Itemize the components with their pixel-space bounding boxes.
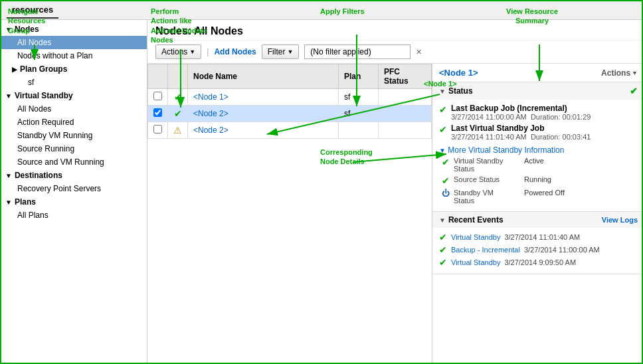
row3-status-icon: ⚠ <box>173 125 182 136</box>
row1-pfc <box>379 89 432 106</box>
col-pfc-status: PFC Status <box>379 64 432 89</box>
right-panel-node-title: <Node 1> <box>439 68 478 78</box>
event3-date: 3/27/2014 9:09:50 AM <box>504 258 576 266</box>
vs-status-icon: ✔ <box>442 157 450 167</box>
actions-arrow-icon: ▼ <box>189 48 195 55</box>
right-panel-header: <Node 1> Actions ▼ <box>432 64 643 82</box>
status-ok-icon: ✔ <box>630 86 638 96</box>
vs-job-ok-icon: ✔ <box>439 124 447 135</box>
right-panel: <Node 1> Actions ▼ ▼ Status <box>432 64 643 364</box>
last-vs-date: 3/27/2014 11:01:40 AM Duration: 00:03:41 <box>451 133 638 141</box>
row2-pfc <box>379 106 432 122</box>
recent-events-content: ✔ Virtual Standby 3/27/2014 11:01:40 AM … <box>432 228 643 274</box>
plans-triangle-icon: ▼ <box>5 199 12 206</box>
sidebar-item-source-running[interactable]: Source Running <box>1 142 147 155</box>
event3-icon: ✔ <box>439 257 447 268</box>
row2-plan: sf <box>339 106 379 122</box>
actions-dropdown-icon: ▼ <box>632 70 638 76</box>
top-bar: resources <box>1 1 643 20</box>
sidebar-section-virtual-standby[interactable]: ▼ Virtual Standby <box>1 89 147 102</box>
vs-status-row: ✔ Virtual StandbyStatus Active <box>439 157 638 173</box>
status-section: ▼ Status ✔ ✔ Last Backup Job (Incrementa… <box>432 82 643 212</box>
recent-events-section-title[interactable]: ▼ Recent Events View Logs <box>432 212 643 228</box>
row2-checkbox[interactable] <box>153 108 162 117</box>
table-row[interactable]: ⚠ <Node 2> <box>148 122 432 139</box>
last-backup-date: 3/27/2014 11:00:00 AM Duration: 00:01:29 <box>451 113 638 121</box>
col-node-name: Node Name <box>188 64 339 89</box>
add-nodes-link[interactable]: Add Nodes <box>214 47 256 56</box>
sidebar-section-plan-groups[interactable]: ▶ Plan Groups <box>1 62 147 76</box>
sidebar-item-source-and-vm-running[interactable]: Source and VM Running <box>1 155 147 169</box>
event1-link[interactable]: Virtual Standby <box>451 233 500 241</box>
table-row[interactable]: ✔ <Node 2> sf <box>148 106 432 122</box>
last-vs-label: Last Virtual Standby Job <box>451 124 638 133</box>
destinations-triangle-icon: ▼ <box>5 172 12 179</box>
row1-checkbox[interactable] <box>153 92 162 100</box>
event2-date: 3/27/2014 11:00:00 AM <box>524 246 600 254</box>
event2-link[interactable]: Backup - Incremental <box>451 246 520 254</box>
sidebar-section-nodes[interactable]: ▼ Nodes <box>1 23 147 36</box>
nodes-triangle-icon: ▼ <box>5 26 12 33</box>
col-status <box>168 64 188 89</box>
recent-events-section: ▼ Recent Events View Logs ✔ Virtual Stan… <box>432 212 643 274</box>
event-row-2: ✔ Backup - Incremental 3/27/2014 11:00:0… <box>439 244 638 255</box>
event3-link[interactable]: Virtual Standby <box>451 258 500 266</box>
row2-status-icon: ✔ <box>174 108 182 119</box>
sidebar-section-destinations[interactable]: ▼ Destinations <box>1 169 147 182</box>
sidebar-item-all-nodes[interactable]: All Nodes <box>1 36 147 49</box>
sidebar-item-nodes-without-plan[interactable]: Nodes without a Plan <box>1 49 147 62</box>
row3-plan <box>339 122 379 139</box>
event1-icon: ✔ <box>439 232 447 242</box>
status-section-title[interactable]: ▼ Status ✔ <box>432 82 643 100</box>
col-plan: Plan <box>339 64 379 89</box>
sidebar-item-vs-all-nodes[interactable]: All Nodes <box>1 102 147 116</box>
row3-checkbox[interactable] <box>153 125 162 134</box>
status-collapse-icon: ▼ <box>439 88 446 95</box>
filter-arrow-icon: ▼ <box>287 48 293 55</box>
page-title: Nodes: All Nodes <box>147 20 643 41</box>
sidebar-item-standby-vm-running[interactable]: Standby VM Running <box>1 129 147 142</box>
filter-button[interactable]: Filter ▼ <box>262 45 300 59</box>
col-checkbox <box>148 64 168 89</box>
resources-tab[interactable]: resources <box>7 2 58 19</box>
sidebar-item-action-required[interactable]: Action Required <box>1 116 147 129</box>
row1-status-icon: ✔ <box>174 92 182 102</box>
vs-triangle-icon: ▼ <box>5 92 12 100</box>
backup-ok-icon: ✔ <box>439 104 447 115</box>
right-panel-actions-button[interactable]: Actions ▼ <box>601 68 638 78</box>
last-backup-row: ✔ Last Backup Job (Incremental) 3/27/201… <box>439 104 638 121</box>
event-row-3: ✔ Virtual Standby 3/27/2014 9:09:50 AM <box>439 257 638 268</box>
row3-pfc <box>379 122 432 139</box>
view-logs-link[interactable]: View Logs <box>602 216 638 224</box>
status-content: ✔ Last Backup Job (Incremental) 3/27/201… <box>432 100 643 211</box>
node-table-container: Node Name Plan PFC Status ✔ <Node 1> sf <box>147 64 432 364</box>
filter-clear-button[interactable]: ✕ <box>416 48 422 56</box>
event-row-1: ✔ Virtual Standby 3/27/2014 11:01:40 AM <box>439 232 638 242</box>
toolbar: Actions ▼ | Add Nodes Filter ▼ (No filte… <box>147 41 643 64</box>
source-status-icon: ✔ <box>442 175 450 186</box>
sidebar-section-plans[interactable]: ▼ Plans <box>1 195 147 209</box>
row2-node-link[interactable]: <Node 2> <box>193 109 229 118</box>
row3-node-link[interactable]: <Node 2> <box>193 126 229 135</box>
standby-vm-status-row: ⏻ Standby VMStatus Powered Off <box>439 189 638 205</box>
table-row[interactable]: ✔ <Node 1> sf <box>148 89 432 106</box>
filter-value: (No filter applied) <box>304 45 411 59</box>
row1-node-link[interactable]: <Node 1> <box>193 92 229 102</box>
source-status-row: ✔ Source Status Running <box>439 175 638 186</box>
sidebar-item-sf[interactable]: sf <box>1 76 147 89</box>
sidebar-item-all-plans[interactable]: All Plans <box>1 209 147 222</box>
row1-plan: sf <box>339 89 379 106</box>
events-collapse-icon: ▼ <box>439 217 446 224</box>
actions-button[interactable]: Actions ▼ <box>155 45 201 59</box>
last-backup-label: Last Backup Job (Incremental) <box>451 104 638 113</box>
standby-vm-icon: ⏻ <box>442 189 450 198</box>
node-table: Node Name Plan PFC Status ✔ <Node 1> sf <box>147 64 432 139</box>
last-vs-job-row: ✔ Last Virtual Standby Job 3/27/2014 11:… <box>439 124 638 141</box>
event2-icon: ✔ <box>439 244 447 255</box>
plan-groups-triangle-icon: ▶ <box>12 66 17 73</box>
sidebar: ▼ Nodes All Nodes Nodes without a Plan ▶… <box>1 20 147 364</box>
event1-date: 3/27/2014 11:01:40 AM <box>504 233 580 241</box>
more-vs-info-link[interactable]: ▼ More Virtual Standby Information <box>439 145 564 155</box>
sidebar-item-recovery-point-servers[interactable]: Recovery Point Servers <box>1 182 147 195</box>
